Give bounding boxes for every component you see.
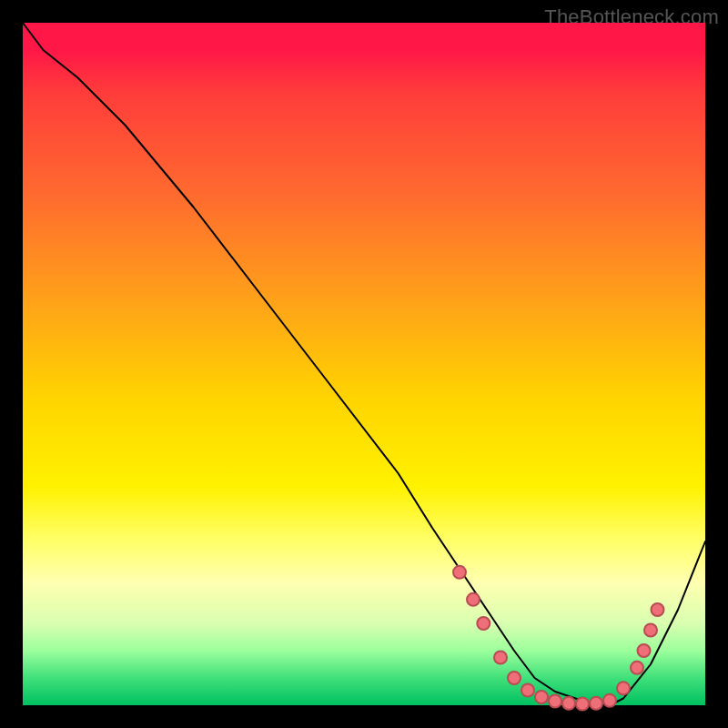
chart-marker bbox=[590, 697, 602, 710]
chart-marker bbox=[453, 566, 466, 579]
chart-marker bbox=[652, 603, 664, 616]
chart-marker bbox=[617, 682, 630, 694]
chart-marker bbox=[562, 697, 575, 710]
chart-marker bbox=[603, 694, 616, 707]
chart-marker bbox=[521, 684, 534, 697]
chart-marker bbox=[477, 617, 490, 630]
chart-marker bbox=[535, 691, 548, 703]
chart-svg bbox=[23, 23, 705, 705]
chart-marker bbox=[631, 662, 643, 674]
chart-marker bbox=[644, 624, 657, 637]
bottleneck-curve bbox=[23, 23, 705, 705]
chart-frame: TheBottleneck.com bbox=[0, 0, 728, 728]
chart-marker bbox=[549, 695, 561, 708]
chart-marker bbox=[576, 698, 589, 711]
chart-marker bbox=[494, 652, 507, 664]
chart-marker bbox=[638, 644, 651, 657]
plot-area bbox=[23, 23, 705, 705]
chart-marker bbox=[467, 593, 480, 606]
chart-marker bbox=[508, 672, 521, 684]
